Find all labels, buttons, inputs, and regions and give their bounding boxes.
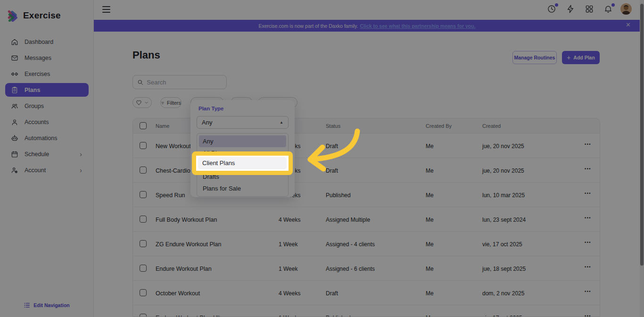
sidebar-item-dashboard[interactable]: Dashboard — [5, 35, 89, 49]
sidebar-item-accounts[interactable]: Accounts — [5, 115, 89, 129]
manage-routines-label: Manage Routines — [514, 55, 555, 60]
add-plan-button[interactable]: + Add Plan — [562, 51, 600, 64]
edit-navigation-button[interactable]: Edit Navigation — [0, 302, 93, 309]
option-plans-for-sale[interactable]: Plans for Sale — [199, 183, 286, 194]
app-window: Exercise.com is now part of the Daxko fa… — [0, 0, 644, 317]
row-actions-icon[interactable]: ••• — [585, 314, 591, 317]
envelope-icon — [11, 54, 18, 62]
chevron-right-icon: › — [80, 151, 82, 158]
plan-created-date: jue, 18 sept 2025 — [482, 266, 526, 272]
filters-chip[interactable]: Filters — [160, 97, 182, 108]
sidebar-item-account[interactable]: Account › — [5, 163, 89, 177]
history-clock-icon[interactable] — [547, 4, 557, 15]
row-actions-icon[interactable]: ••• — [585, 191, 591, 196]
plan-type-popup: Plan Type Any ▲ Any All Plans Client Pla… — [190, 100, 295, 197]
brand-name: Exercise — [23, 10, 61, 21]
robot-icon — [11, 134, 18, 142]
plan-status: Assigned - 6 clients — [326, 266, 375, 272]
plan-status: Assigned Multiple — [326, 217, 370, 223]
banner-link[interactable]: Click to see what this partnership means… — [360, 23, 475, 29]
row-checkbox[interactable] — [140, 216, 147, 223]
row-checkbox[interactable] — [140, 265, 147, 272]
sidebar-item-automations[interactable]: Automations — [5, 131, 89, 145]
clipboard-icon — [11, 86, 18, 94]
plan-type-select[interactable]: Any ▲ — [197, 116, 289, 129]
scrollbar-thumb[interactable] — [640, 4, 644, 266]
row-actions-icon[interactable]: ••• — [585, 289, 591, 294]
plan-created-by: Me — [426, 143, 434, 150]
table-row[interactable]: Full Body Workout Plan 4 Weeks Assigned … — [133, 207, 600, 232]
manage-routines-button[interactable]: Manage Routines — [512, 51, 557, 64]
notification-dot — [555, 3, 558, 7]
sidebar-item-label: Schedule — [25, 151, 49, 158]
plan-created-by: Me — [426, 266, 434, 272]
sidebar-item-label: Dashboard — [25, 39, 53, 45]
plan-status: Published — [326, 192, 351, 199]
row-actions-icon[interactable]: ••• — [585, 167, 591, 171]
person-gear-icon — [11, 167, 18, 174]
row-actions-icon[interactable]: ••• — [585, 240, 591, 245]
scrollbar-track — [640, 0, 644, 317]
banner-text: Exercise.com is now part of the Daxko fa… — [258, 23, 358, 29]
favorites-filter-chip[interactable] — [132, 97, 152, 108]
table-row[interactable]: ZG Endure Workout Plan 1 Week Assigned -… — [133, 232, 600, 256]
groups-icon — [11, 102, 18, 110]
sidebar-item-messages[interactable]: Messages — [5, 51, 89, 65]
row-checkbox[interactable] — [140, 314, 147, 317]
plan-created-by: Me — [426, 241, 434, 248]
row-checkbox[interactable] — [140, 142, 147, 149]
row-actions-icon[interactable]: ••• — [585, 265, 591, 269]
calendar-icon — [11, 150, 18, 158]
sidebar-item-exercises[interactable]: Exercises — [5, 67, 89, 81]
plan-name: Speed Run — [156, 192, 185, 199]
chevron-down-icon — [144, 100, 149, 105]
highlighted-option-client-plans[interactable]: Client Plans — [198, 157, 287, 169]
plan-duration: 1 Week — [279, 266, 297, 272]
menu-icon[interactable] — [102, 6, 110, 13]
notification-dot — [611, 3, 615, 7]
sidebar-item-label: Groups — [25, 103, 44, 109]
lightning-icon[interactable] — [566, 4, 576, 15]
search-icon — [137, 79, 143, 86]
sidebar-item-label: Exercises — [25, 71, 50, 77]
brand-logo[interactable]: Exercise — [8, 9, 61, 22]
annotation-highlight-box: Client Plans — [192, 151, 293, 175]
apps-grid-icon[interactable] — [585, 4, 595, 15]
row-actions-icon[interactable]: ••• — [585, 216, 591, 220]
table-row[interactable]: Endure Workout Plan Ult 1 Week Published… — [133, 305, 600, 317]
bell-icon[interactable] — [603, 4, 614, 15]
user-avatar[interactable] — [620, 3, 632, 15]
chevron-right-icon: › — [80, 167, 82, 174]
topbar — [94, 0, 640, 20]
row-checkbox[interactable] — [140, 167, 147, 174]
row-checkbox[interactable] — [140, 289, 147, 296]
sidebar-item-plans[interactable]: Plans — [5, 83, 89, 97]
person-icon — [11, 118, 18, 126]
table-row[interactable]: Endure Workout Plan 1 Week Assigned - 6 … — [133, 256, 600, 281]
select-all-checkbox[interactable] — [140, 122, 147, 129]
table-row[interactable]: October Workout 4 Weeks Draft Me dom, 2 … — [133, 281, 600, 305]
plan-status: Draft — [326, 290, 338, 297]
plan-name: Full Body Workout Plan — [156, 217, 217, 223]
sidebar-item-groups[interactable]: Groups — [5, 99, 89, 113]
home-icon — [11, 38, 18, 46]
page-title: Plans — [132, 49, 160, 61]
plan-name: October Workout — [156, 290, 200, 297]
row-checkbox[interactable] — [140, 191, 147, 198]
plan-status: Published — [326, 315, 351, 317]
row-actions-icon[interactable]: ••• — [585, 142, 591, 147]
list-icon — [24, 302, 30, 309]
plan-duration: 1 Week — [279, 241, 297, 248]
sidebar-item-schedule[interactable]: Schedule › — [5, 147, 89, 161]
plan-created-date: lun, 10 mar 2025 — [482, 192, 525, 199]
option-any[interactable]: Any — [199, 135, 286, 147]
plan-created-by: Me — [426, 192, 434, 199]
plan-created-date: dom, 2 nov 2025 — [482, 290, 524, 297]
search-input[interactable] — [147, 79, 222, 86]
sidebar-item-label: Plans — [25, 87, 40, 93]
banner-close-icon[interactable]: ✕ — [626, 21, 631, 28]
plan-type-label: Plan Type — [198, 106, 223, 111]
plan-created-by: Me — [426, 217, 434, 223]
plan-name: ZG Endure Workout Plan — [156, 241, 221, 248]
row-checkbox[interactable] — [140, 240, 147, 247]
